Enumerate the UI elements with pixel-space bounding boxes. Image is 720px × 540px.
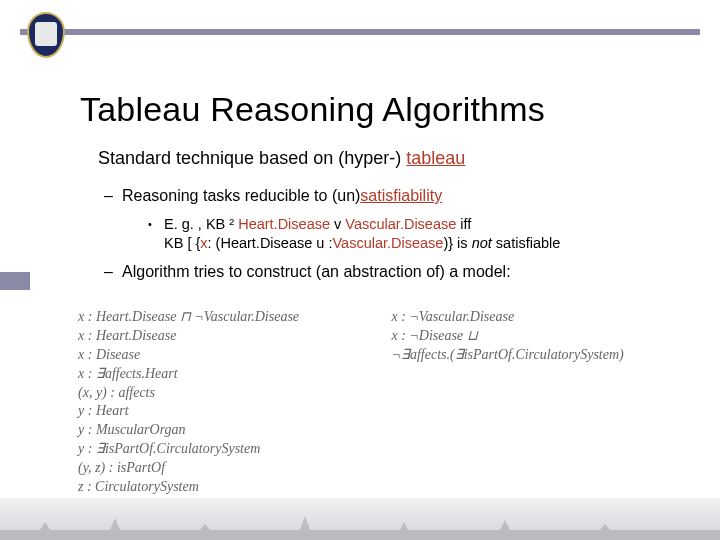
math-line: x : ¬Vascular.Disease [392, 308, 672, 327]
example-text: E. g. , KB ² Heart.Disease v Vascular.Di… [164, 215, 560, 252]
model-construction: x : Heart.Disease ⊓ ¬Vascular.Disease x … [78, 308, 680, 497]
main-statement-pre: Standard technique based on (hyper-) [98, 148, 406, 168]
main-statement: Standard technique based on (hyper-) tab… [98, 148, 465, 169]
math-line: x : ∃affects.Heart [78, 365, 378, 384]
math-line: y : Heart [78, 402, 378, 421]
ex-l2-sym: [ { [187, 235, 200, 251]
math-line: ¬∃affects.(∃isPartOf.CirculatorySystem) [392, 346, 672, 365]
ex-l2-mid1: : (Heart.Disease [208, 235, 317, 251]
bullet-reducible-pre: Reasoning tasks reducible to (un) [122, 187, 360, 204]
slide-title: Tableau Reasoning Algorithms [80, 90, 545, 129]
footer-skyline-icon [0, 512, 720, 540]
ex-l2-vasc: Vascular.Disease [332, 235, 443, 251]
math-line: (y, z) : isPartOf [78, 459, 378, 478]
university-crest-icon [27, 12, 65, 58]
side-accent [0, 272, 30, 290]
math-line: z : CirculatorySystem [78, 478, 378, 497]
math-line: x : Disease [78, 346, 378, 365]
math-line: x : ¬Disease ⊔ [392, 327, 672, 346]
ex-l2-x: x [200, 235, 207, 251]
math-line: y : ∃isPartOf.CirculatorySystem [78, 440, 378, 459]
math-line: (x, y) : affects [78, 384, 378, 403]
ex-l2-end: )} is [443, 235, 471, 251]
math-line: y : MuscularOrgan [78, 421, 378, 440]
model-right-column: x : ¬Vascular.Disease x : ¬Disease ⊔ ¬∃a… [392, 308, 672, 365]
ex-l1-pre: E. g. , KB [164, 216, 229, 232]
ex-l2-sat: satisfiable [492, 235, 561, 251]
ex-l1-iff: iff [456, 216, 471, 232]
ex-l1-heart: Heart.Disease [234, 216, 334, 232]
ex-l2-pre: KB [164, 235, 187, 251]
math-line: x : Heart.Disease ⊓ ¬Vascular.Disease [78, 308, 378, 327]
ex-l1-vascular: Vascular.Disease [341, 216, 456, 232]
bullet-reducible: Reasoning tasks reducible to (un)satisfi… [122, 187, 442, 205]
main-statement-keyword: tableau [406, 148, 465, 168]
ex-l2-not: not [472, 235, 492, 251]
bullet-algorithm: Algorithm tries to construct (an abstrac… [122, 263, 511, 281]
math-line: x : Heart.Disease [78, 327, 378, 346]
bullet-reducible-keyword: satisfiability [360, 187, 442, 204]
model-left-column: x : Heart.Disease ⊓ ¬Vascular.Disease x … [78, 308, 378, 497]
header-rule [20, 29, 700, 35]
